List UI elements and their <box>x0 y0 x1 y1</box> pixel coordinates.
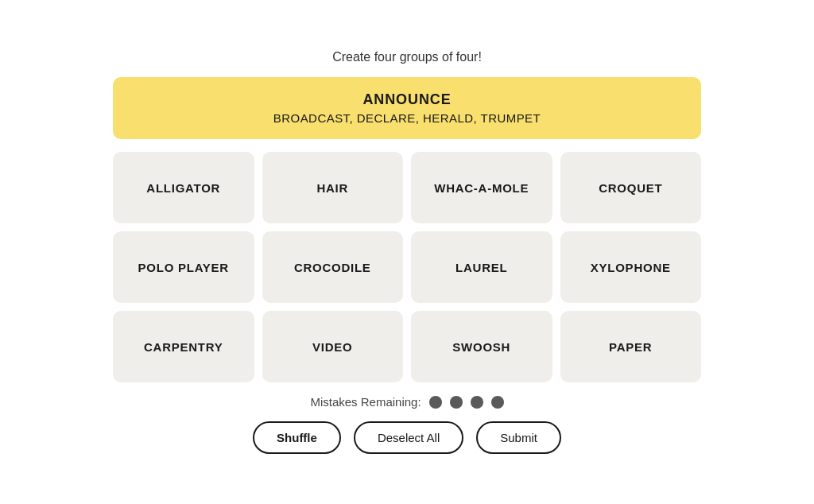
tile-12[interactable]: PAPER <box>560 311 702 382</box>
mistake-dot-3 <box>471 396 483 409</box>
mistake-dot-1 <box>429 396 442 409</box>
tile-7[interactable]: LAUREL <box>411 231 552 303</box>
deselect-all-button[interactable]: Deselect All <box>354 421 463 454</box>
shuffle-button[interactable]: Shuffle <box>253 421 341 454</box>
tile-1[interactable]: ALLIGATOR <box>113 152 254 223</box>
mistakes-label: Mistakes Remaining: <box>310 395 421 409</box>
tile-label-3: WHAC-A-MOLE <box>428 181 535 195</box>
tile-label-4: CROQUET <box>592 181 669 195</box>
tile-10[interactable]: VIDEO <box>262 311 404 382</box>
mistake-dot-2 <box>450 396 463 409</box>
tile-5[interactable]: POLO PLAYER <box>113 231 254 303</box>
submit-button[interactable]: Submit <box>476 421 561 454</box>
tiles-grid: ALLIGATORHAIRWHAC-A-MOLECROQUETPOLO PLAY… <box>113 152 701 382</box>
tile-label-7: LAUREL <box>449 261 514 274</box>
tile-4[interactable]: CROQUET <box>560 152 702 223</box>
mistake-dot-4 <box>491 396 504 409</box>
tile-6[interactable]: CROCODILE <box>262 231 404 303</box>
game-container: Create four groups of four! ANNOUNCE BRO… <box>113 50 701 454</box>
tile-label-8: XYLOPHONE <box>584 261 677 274</box>
instructions-text: Create four groups of four! <box>332 50 482 64</box>
buttons-row: Shuffle Deselect All Submit <box>253 421 561 454</box>
tile-label-6: CROCODILE <box>288 261 378 274</box>
tile-label-5: POLO PLAYER <box>132 261 235 274</box>
tile-label-12: PAPER <box>603 340 658 354</box>
tile-label-2: HAIR <box>310 181 355 195</box>
tile-8[interactable]: XYLOPHONE <box>560 231 702 303</box>
tile-label-10: VIDEO <box>306 340 359 354</box>
tile-11[interactable]: SWOOSH <box>411 311 552 382</box>
tile-3[interactable]: WHAC-A-MOLE <box>411 152 552 223</box>
solved-group-title: ANNOUNCE <box>129 91 685 108</box>
tile-label-11: SWOOSH <box>446 340 517 354</box>
tile-label-1: ALLIGATOR <box>140 181 227 195</box>
tile-9[interactable]: CARPENTRY <box>113 311 254 382</box>
tile-2[interactable]: HAIR <box>262 152 404 223</box>
tile-label-9: CARPENTRY <box>138 340 230 354</box>
solved-group-words: BROADCAST, DECLARE, HERALD, TRUMPET <box>129 111 685 125</box>
solved-group: ANNOUNCE BROADCAST, DECLARE, HERALD, TRU… <box>113 77 701 139</box>
mistakes-row: Mistakes Remaining: <box>310 395 503 409</box>
